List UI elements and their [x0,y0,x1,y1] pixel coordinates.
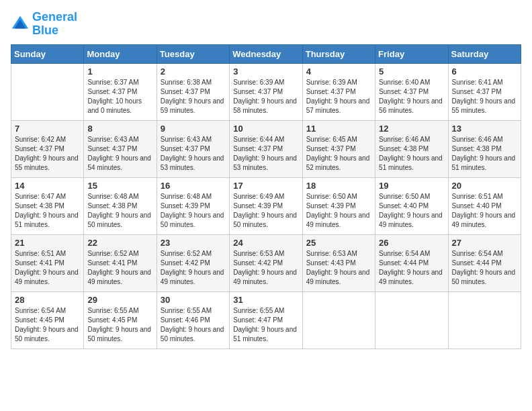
day-info: Sunrise: 6:53 AM Sunset: 4:43 PM Dayligh… [306,249,371,287]
page-header: General Blue [11,11,521,38]
day-info: Sunrise: 6:50 AM Sunset: 4:39 PM Dayligh… [306,192,371,230]
calendar-table: SundayMondayTuesdayWednesdayThursdayFrid… [11,44,521,349]
calendar-cell: 19Sunrise: 6:50 AM Sunset: 4:40 PM Dayli… [375,177,448,234]
calendar-cell: 2Sunrise: 6:38 AM Sunset: 4:37 PM Daylig… [157,63,229,120]
day-info: Sunrise: 6:45 AM Sunset: 4:37 PM Dayligh… [306,135,371,173]
day-number: 6 [452,66,517,77]
calendar-cell: 25Sunrise: 6:53 AM Sunset: 4:43 PM Dayli… [302,234,375,291]
day-number: 1 [87,66,152,77]
weekday-header-row: SundayMondayTuesdayWednesdayThursdayFrid… [11,44,521,63]
day-number: 12 [379,124,444,134]
day-number: 3 [233,66,298,77]
day-info: Sunrise: 6:55 AM Sunset: 4:46 PM Dayligh… [161,306,226,344]
day-info: Sunrise: 6:48 AM Sunset: 4:39 PM Dayligh… [161,192,226,230]
day-number: 18 [306,181,371,191]
calendar-cell: 6Sunrise: 6:41 AM Sunset: 4:37 PM Daylig… [448,63,521,120]
day-info: Sunrise: 6:52 AM Sunset: 4:42 PM Dayligh… [161,249,226,287]
calendar-cell: 4Sunrise: 6:39 AM Sunset: 4:37 PM Daylig… [302,63,375,120]
calendar-cell: 16Sunrise: 6:48 AM Sunset: 4:39 PM Dayli… [157,177,229,234]
day-info: Sunrise: 6:47 AM Sunset: 4:38 PM Dayligh… [15,192,80,230]
day-info: Sunrise: 6:39 AM Sunset: 4:37 PM Dayligh… [306,78,371,116]
day-info: Sunrise: 6:38 AM Sunset: 4:37 PM Dayligh… [161,78,226,116]
day-number: 9 [161,124,226,134]
calendar-cell: 8Sunrise: 6:43 AM Sunset: 4:37 PM Daylig… [84,120,157,177]
day-number: 28 [15,295,80,305]
day-number: 2 [161,66,226,77]
calendar-cell: 3Sunrise: 6:39 AM Sunset: 4:37 PM Daylig… [230,63,302,120]
calendar-cell [448,291,521,349]
day-number: 26 [379,238,444,248]
logo-icon [11,15,30,34]
calendar-cell: 1Sunrise: 6:37 AM Sunset: 4:37 PM Daylig… [84,63,157,120]
day-number: 25 [306,238,371,248]
day-number: 11 [306,124,371,134]
day-info: Sunrise: 6:51 AM Sunset: 4:41 PM Dayligh… [15,249,80,287]
day-info: Sunrise: 6:46 AM Sunset: 4:38 PM Dayligh… [379,135,444,173]
day-info: Sunrise: 6:43 AM Sunset: 4:37 PM Dayligh… [87,135,152,173]
day-info: Sunrise: 6:55 AM Sunset: 4:47 PM Dayligh… [233,306,298,344]
calendar-cell: 26Sunrise: 6:54 AM Sunset: 4:44 PM Dayli… [375,234,448,291]
weekday-header-sunday: Sunday [11,44,84,63]
calendar-cell: 15Sunrise: 6:48 AM Sunset: 4:38 PM Dayli… [84,177,157,234]
day-number: 31 [233,295,298,305]
calendar-cell: 23Sunrise: 6:52 AM Sunset: 4:42 PM Dayli… [157,234,229,291]
calendar-week-1: 1Sunrise: 6:37 AM Sunset: 4:37 PM Daylig… [11,63,521,120]
calendar-cell: 21Sunrise: 6:51 AM Sunset: 4:41 PM Dayli… [11,234,84,291]
day-number: 19 [379,181,444,191]
weekday-header-saturday: Saturday [448,44,521,63]
weekday-header-wednesday: Wednesday [230,44,302,63]
calendar-cell: 24Sunrise: 6:53 AM Sunset: 4:42 PM Dayli… [230,234,302,291]
calendar-cell: 11Sunrise: 6:45 AM Sunset: 4:37 PM Dayli… [302,120,375,177]
day-info: Sunrise: 6:46 AM Sunset: 4:38 PM Dayligh… [452,135,517,173]
calendar-cell: 29Sunrise: 6:55 AM Sunset: 4:45 PM Dayli… [84,291,157,349]
day-info: Sunrise: 6:54 AM Sunset: 4:45 PM Dayligh… [15,306,80,344]
weekday-header-thursday: Thursday [302,44,375,63]
day-number: 30 [161,295,226,305]
calendar-cell: 18Sunrise: 6:50 AM Sunset: 4:39 PM Dayli… [302,177,375,234]
calendar-cell: 12Sunrise: 6:46 AM Sunset: 4:38 PM Dayli… [375,120,448,177]
day-number: 20 [452,181,517,191]
weekday-header-monday: Monday [84,44,157,63]
weekday-header-friday: Friday [375,44,448,63]
calendar-cell: 31Sunrise: 6:55 AM Sunset: 4:47 PM Dayli… [230,291,302,349]
day-info: Sunrise: 6:54 AM Sunset: 4:44 PM Dayligh… [379,249,444,287]
calendar-cell: 27Sunrise: 6:54 AM Sunset: 4:44 PM Dayli… [448,234,521,291]
calendar-week-5: 28Sunrise: 6:54 AM Sunset: 4:45 PM Dayli… [11,291,521,349]
calendar-cell: 13Sunrise: 6:46 AM Sunset: 4:38 PM Dayli… [448,120,521,177]
calendar-cell: 5Sunrise: 6:40 AM Sunset: 4:37 PM Daylig… [375,63,448,120]
calendar-week-2: 7Sunrise: 6:42 AM Sunset: 4:37 PM Daylig… [11,120,521,177]
day-info: Sunrise: 6:37 AM Sunset: 4:37 PM Dayligh… [87,78,152,116]
calendar-week-3: 14Sunrise: 6:47 AM Sunset: 4:38 PM Dayli… [11,177,521,234]
day-info: Sunrise: 6:42 AM Sunset: 4:37 PM Dayligh… [15,135,80,173]
day-info: Sunrise: 6:39 AM Sunset: 4:37 PM Dayligh… [233,78,298,116]
calendar-cell [302,291,375,349]
day-info: Sunrise: 6:41 AM Sunset: 4:37 PM Dayligh… [452,78,517,116]
day-info: Sunrise: 6:49 AM Sunset: 4:39 PM Dayligh… [233,192,298,230]
day-number: 5 [379,66,444,77]
logo: General Blue [11,11,77,38]
day-number: 7 [15,124,80,134]
day-info: Sunrise: 6:48 AM Sunset: 4:38 PM Dayligh… [87,192,152,230]
day-number: 29 [87,295,152,305]
day-number: 24 [233,238,298,248]
day-number: 16 [161,181,226,191]
calendar-cell: 7Sunrise: 6:42 AM Sunset: 4:37 PM Daylig… [11,120,84,177]
day-number: 27 [452,238,517,248]
day-info: Sunrise: 6:43 AM Sunset: 4:37 PM Dayligh… [161,135,226,173]
day-info: Sunrise: 6:55 AM Sunset: 4:45 PM Dayligh… [87,306,152,344]
day-info: Sunrise: 6:40 AM Sunset: 4:37 PM Dayligh… [379,78,444,116]
calendar-cell: 17Sunrise: 6:49 AM Sunset: 4:39 PM Dayli… [230,177,302,234]
calendar-cell [11,63,84,120]
day-info: Sunrise: 6:53 AM Sunset: 4:42 PM Dayligh… [233,249,298,287]
calendar-cell [375,291,448,349]
day-number: 10 [233,124,298,134]
day-info: Sunrise: 6:50 AM Sunset: 4:40 PM Dayligh… [379,192,444,230]
calendar-cell: 14Sunrise: 6:47 AM Sunset: 4:38 PM Dayli… [11,177,84,234]
logo-text: General Blue [32,11,77,38]
day-info: Sunrise: 6:52 AM Sunset: 4:41 PM Dayligh… [87,249,152,287]
day-number: 17 [233,181,298,191]
day-number: 23 [161,238,226,248]
day-info: Sunrise: 6:54 AM Sunset: 4:44 PM Dayligh… [452,249,517,287]
weekday-header-tuesday: Tuesday [157,44,229,63]
day-number: 22 [87,238,152,248]
